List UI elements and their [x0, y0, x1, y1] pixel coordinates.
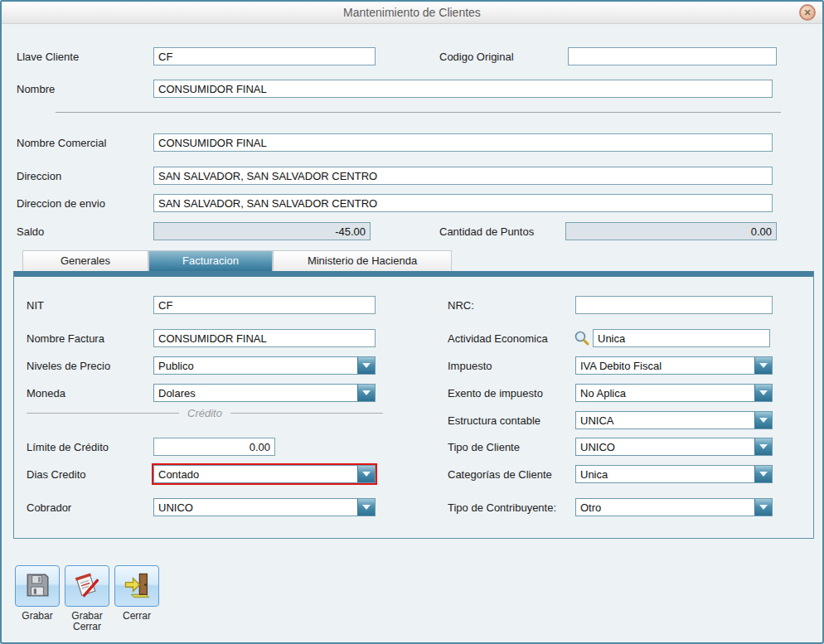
nombre-label: Nombre	[17, 83, 55, 95]
categorias-cliente-value: Unica	[576, 468, 754, 481]
saldo-label: Saldo	[17, 225, 44, 238]
titlebar: Mantenimiento de Clientes ✕	[2, 2, 822, 24]
niveles-precio-select[interactable]: Publico	[153, 356, 376, 375]
codigo-original-input[interactable]	[568, 47, 777, 65]
nombre-comercial-label: Nombre Comercial	[17, 137, 106, 149]
llave-cliente-input[interactable]	[153, 47, 376, 65]
tab-ministerio-de-hacienda[interactable]: Ministerio de Hacienda	[273, 250, 452, 271]
nombre-input[interactable]	[153, 80, 773, 98]
close-button[interactable]: ✕	[799, 4, 816, 21]
estructura-contable-value: UNICA	[576, 414, 754, 427]
close-icon: ✕	[803, 8, 811, 17]
tipo-cliente-value: UNICO	[576, 441, 754, 453]
actividad-economica-input[interactable]	[593, 329, 770, 347]
chevron-down-icon[interactable]	[357, 499, 375, 516]
exento-impuesto-label: Exento de impuesto	[448, 387, 543, 399]
tipo-cliente-select[interactable]: UNICO	[575, 438, 773, 456]
actividad-economica-label: Actividad Economica	[448, 332, 548, 345]
cobrador-value: UNICO	[154, 501, 357, 514]
tipo-contribuyente-select[interactable]: Otro	[575, 498, 773, 516]
grabar-button[interactable]	[15, 565, 60, 607]
tab-strip: Generales Facturacion Ministerio de Haci…	[22, 250, 452, 271]
grabar-button-label: Grabar	[10, 611, 65, 622]
niveles-precio-value: Publico	[154, 360, 357, 372]
llave-cliente-label: Llave Cliente	[17, 51, 79, 63]
saldo-input	[153, 222, 371, 240]
categorias-cliente-select[interactable]: Unica	[575, 465, 773, 483]
nrc-input[interactable]	[575, 296, 773, 314]
categorias-cliente-label: Categorías de Cliente	[448, 468, 552, 481]
chevron-down-icon[interactable]	[754, 357, 772, 374]
section-divider	[56, 112, 781, 113]
moneda-select[interactable]: Dolares	[153, 384, 376, 402]
tipo-cliente-label: Tipo de Cliente	[448, 441, 520, 453]
impuesto-select[interactable]: IVA Debito Fiscal	[575, 356, 773, 375]
cobrador-select[interactable]: UNICO	[153, 498, 376, 516]
limite-credito-input[interactable]	[153, 438, 275, 456]
cantidad-puntos-label: Cantidad de Puntos	[439, 225, 534, 238]
credito-group-legend: Crédito	[27, 407, 383, 419]
save-close-notepad-icon	[72, 570, 102, 603]
exit-door-icon	[122, 570, 152, 603]
nombre-factura-label: Nombre Factura	[27, 332, 104, 345]
moneda-label: Moneda	[27, 387, 65, 399]
cerrar-button-label: Cerrar	[109, 611, 164, 622]
chevron-down-icon[interactable]	[754, 499, 772, 516]
exento-impuesto-value: No Aplica	[576, 387, 754, 399]
tipo-contribuyente-value: Otro	[576, 501, 754, 514]
dias-credito-value: Contado	[154, 468, 357, 481]
impuesto-label: Impuesto	[448, 360, 492, 372]
nit-label: NIT	[27, 299, 44, 312]
chevron-down-icon[interactable]	[754, 438, 772, 455]
nrc-label: NRC:	[448, 299, 474, 312]
cantidad-puntos-input	[565, 222, 777, 240]
chevron-down-icon[interactable]	[357, 385, 375, 401]
chevron-down-icon[interactable]	[357, 466, 375, 482]
credito-legend-text: Crédito	[187, 407, 222, 419]
codigo-original-label: Codigo Original	[439, 51, 514, 63]
direccion-label: Direccion	[17, 170, 61, 182]
chevron-down-icon[interactable]	[754, 466, 772, 482]
nombre-factura-input[interactable]	[153, 329, 376, 347]
window-title: Mantenimiento de Clientes	[2, 6, 822, 19]
limite-credito-label: Límite de Crédito	[27, 441, 109, 453]
nit-input[interactable]	[153, 296, 376, 314]
grabar-cerrar-button[interactable]	[65, 565, 109, 607]
moneda-value: Dolares	[154, 387, 357, 399]
niveles-precio-label: Niveles de Precio	[27, 360, 110, 372]
client-maintenance-window: Mantenimiento de Clientes ✕ Llave Client…	[0, 0, 824, 644]
grabar-cerrar-button-label: Grabar Cerrar	[60, 611, 114, 632]
chevron-down-icon[interactable]	[754, 412, 772, 429]
tab-generales[interactable]: Generales	[22, 250, 148, 271]
nombre-comercial-input[interactable]	[153, 133, 773, 152]
chevron-down-icon[interactable]	[357, 357, 375, 374]
direccion-input[interactable]	[153, 167, 773, 185]
tipo-contribuyente-label: Tipo de Contribuyente:	[448, 501, 556, 514]
dias-credito-select[interactable]: Contado	[153, 465, 376, 483]
estructura-contable-select[interactable]: UNICA	[575, 411, 773, 429]
tab-facturacion[interactable]: Facturacion	[148, 250, 273, 271]
dias-credito-label: Dias Credito	[27, 468, 86, 481]
impuesto-value: IVA Debito Fiscal	[576, 360, 754, 372]
chevron-down-icon[interactable]	[754, 385, 772, 401]
cerrar-button[interactable]	[114, 565, 159, 607]
search-icon[interactable]	[574, 330, 590, 346]
estructura-contable-label: Estructura contable	[448, 414, 540, 427]
exento-impuesto-select[interactable]: No Aplica	[575, 384, 773, 402]
save-floppy-icon	[23, 571, 51, 602]
cobrador-label: Cobrador	[27, 501, 71, 514]
direccion-envio-input[interactable]	[153, 194, 773, 212]
direccion-envio-label: Direccion de envio	[17, 197, 105, 210]
